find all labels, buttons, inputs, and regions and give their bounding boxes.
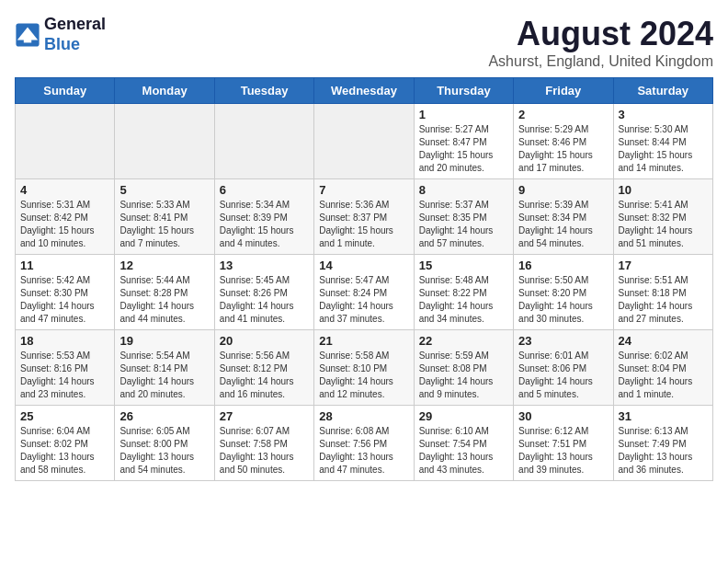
calendar-cell: 20Sunrise: 5:56 AM Sunset: 8:12 PM Dayli… — [214, 330, 313, 406]
weekday-header-sunday: Sunday — [16, 78, 115, 104]
day-number: 7 — [319, 183, 408, 197]
weekday-header-thursday: Thursday — [414, 78, 513, 104]
calendar-table: SundayMondayTuesdayWednesdayThursdayFrid… — [15, 77, 713, 481]
calendar-cell: 26Sunrise: 6:05 AM Sunset: 8:00 PM Dayli… — [115, 406, 214, 481]
calendar-cell: 12Sunrise: 5:44 AM Sunset: 8:28 PM Dayli… — [115, 255, 214, 330]
day-number: 26 — [119, 409, 209, 423]
day-number: 6 — [220, 183, 309, 197]
calendar-subtitle: Ashurst, England, United Kingdom — [488, 53, 713, 70]
day-number: 10 — [619, 183, 708, 197]
logo-icon — [15, 22, 40, 48]
day-info: Sunrise: 5:36 AM Sunset: 8:37 PM Dayligh… — [319, 199, 408, 250]
title-area: August 2024 Ashurst, England, United Kin… — [488, 15, 713, 70]
calendar-cell: 5Sunrise: 5:33 AM Sunset: 8:41 PM Daylig… — [115, 179, 214, 255]
day-number: 22 — [419, 334, 508, 348]
calendar-cell — [314, 104, 414, 179]
day-info: Sunrise: 5:44 AM Sunset: 8:28 PM Dayligh… — [119, 274, 209, 326]
calendar-cell: 6Sunrise: 5:34 AM Sunset: 8:39 PM Daylig… — [214, 179, 313, 255]
day-number: 19 — [119, 334, 209, 348]
calendar-cell: 22Sunrise: 5:59 AM Sunset: 8:08 PM Dayli… — [414, 330, 513, 406]
day-number: 25 — [20, 409, 109, 423]
calendar-cell: 11Sunrise: 5:42 AM Sunset: 8:30 PM Dayli… — [16, 255, 115, 330]
day-number: 15 — [419, 259, 508, 272]
calendar-cell: 19Sunrise: 5:54 AM Sunset: 8:14 PM Dayli… — [115, 330, 214, 406]
calendar-cell: 30Sunrise: 6:12 AM Sunset: 7:51 PM Dayli… — [514, 406, 613, 481]
calendar-cell: 9Sunrise: 5:39 AM Sunset: 8:34 PM Daylig… — [514, 179, 613, 255]
day-info: Sunrise: 5:56 AM Sunset: 8:12 PM Dayligh… — [220, 350, 309, 401]
day-info: Sunrise: 5:54 AM Sunset: 8:14 PM Dayligh… — [119, 350, 209, 401]
day-info: Sunrise: 5:31 AM Sunset: 8:42 PM Dayligh… — [20, 199, 109, 250]
day-number: 8 — [419, 183, 508, 197]
day-info: Sunrise: 5:48 AM Sunset: 8:22 PM Dayligh… — [419, 274, 508, 326]
day-info: Sunrise: 5:30 AM Sunset: 8:44 PM Dayligh… — [619, 123, 708, 175]
day-number: 14 — [319, 259, 408, 272]
calendar-cell: 23Sunrise: 6:01 AM Sunset: 8:06 PM Dayli… — [514, 330, 613, 406]
calendar-cell: 18Sunrise: 5:53 AM Sunset: 8:16 PM Dayli… — [16, 330, 115, 406]
day-number: 3 — [619, 108, 708, 121]
calendar-cell — [115, 104, 214, 179]
day-number: 23 — [518, 334, 608, 348]
calendar-cell: 27Sunrise: 6:07 AM Sunset: 7:58 PM Dayli… — [214, 406, 313, 481]
day-number: 30 — [518, 409, 608, 423]
day-info: Sunrise: 6:13 AM Sunset: 7:49 PM Dayligh… — [619, 425, 708, 477]
day-info: Sunrise: 6:10 AM Sunset: 7:54 PM Dayligh… — [419, 425, 508, 477]
day-info: Sunrise: 5:27 AM Sunset: 8:47 PM Dayligh… — [419, 123, 508, 175]
calendar-cell: 29Sunrise: 6:10 AM Sunset: 7:54 PM Dayli… — [414, 406, 513, 481]
calendar-cell — [214, 104, 313, 179]
day-info: Sunrise: 5:34 AM Sunset: 8:39 PM Dayligh… — [220, 199, 309, 250]
calendar-cell — [16, 104, 115, 179]
calendar-cell: 14Sunrise: 5:47 AM Sunset: 8:24 PM Dayli… — [314, 255, 414, 330]
day-info: Sunrise: 6:04 AM Sunset: 8:02 PM Dayligh… — [20, 425, 109, 477]
day-info: Sunrise: 5:47 AM Sunset: 8:24 PM Dayligh… — [319, 274, 408, 326]
day-number: 5 — [119, 183, 209, 197]
week-row-3: 11Sunrise: 5:42 AM Sunset: 8:30 PM Dayli… — [16, 255, 713, 330]
calendar-cell: 17Sunrise: 5:51 AM Sunset: 8:18 PM Dayli… — [613, 255, 712, 330]
calendar-cell: 31Sunrise: 6:13 AM Sunset: 7:49 PM Dayli… — [613, 406, 712, 481]
day-info: Sunrise: 5:39 AM Sunset: 8:34 PM Dayligh… — [518, 199, 608, 250]
calendar-cell: 28Sunrise: 6:08 AM Sunset: 7:56 PM Dayli… — [314, 406, 414, 481]
week-row-2: 4Sunrise: 5:31 AM Sunset: 8:42 PM Daylig… — [16, 179, 713, 255]
calendar-cell: 21Sunrise: 5:58 AM Sunset: 8:10 PM Dayli… — [314, 330, 414, 406]
day-info: Sunrise: 5:58 AM Sunset: 8:10 PM Dayligh… — [319, 350, 408, 401]
calendar-cell: 25Sunrise: 6:04 AM Sunset: 8:02 PM Dayli… — [16, 406, 115, 481]
day-info: Sunrise: 6:12 AM Sunset: 7:51 PM Dayligh… — [518, 425, 608, 477]
day-info: Sunrise: 5:37 AM Sunset: 8:35 PM Dayligh… — [419, 199, 508, 250]
logo: General Blue — [15, 15, 106, 54]
day-number: 21 — [319, 334, 408, 348]
calendar-cell: 1Sunrise: 5:27 AM Sunset: 8:47 PM Daylig… — [414, 104, 513, 179]
day-info: Sunrise: 6:01 AM Sunset: 8:06 PM Dayligh… — [518, 350, 608, 401]
day-info: Sunrise: 5:42 AM Sunset: 8:30 PM Dayligh… — [20, 274, 109, 326]
day-info: Sunrise: 5:50 AM Sunset: 8:20 PM Dayligh… — [518, 274, 608, 326]
calendar-cell: 2Sunrise: 5:29 AM Sunset: 8:46 PM Daylig… — [514, 104, 613, 179]
day-info: Sunrise: 5:51 AM Sunset: 8:18 PM Dayligh… — [619, 274, 708, 326]
day-info: Sunrise: 5:41 AM Sunset: 8:32 PM Dayligh… — [619, 199, 708, 250]
day-number: 11 — [20, 259, 109, 272]
calendar-cell: 8Sunrise: 5:37 AM Sunset: 8:35 PM Daylig… — [414, 179, 513, 255]
weekday-header-wednesday: Wednesday — [314, 78, 414, 104]
calendar-cell: 3Sunrise: 5:30 AM Sunset: 8:44 PM Daylig… — [613, 104, 712, 179]
day-number: 31 — [619, 409, 708, 423]
logo-blue: Blue — [44, 35, 106, 55]
weekday-header-row: SundayMondayTuesdayWednesdayThursdayFrid… — [16, 78, 713, 104]
calendar-cell: 7Sunrise: 5:36 AM Sunset: 8:37 PM Daylig… — [314, 179, 414, 255]
calendar-cell: 15Sunrise: 5:48 AM Sunset: 8:22 PM Dayli… — [414, 255, 513, 330]
day-number: 24 — [619, 334, 708, 348]
day-info: Sunrise: 5:45 AM Sunset: 8:26 PM Dayligh… — [220, 274, 309, 326]
calendar-cell: 10Sunrise: 5:41 AM Sunset: 8:32 PM Dayli… — [613, 179, 712, 255]
weekday-header-friday: Friday — [514, 78, 613, 104]
day-number: 9 — [518, 183, 608, 197]
svg-rect-2 — [24, 36, 31, 42]
calendar-cell: 24Sunrise: 6:02 AM Sunset: 8:04 PM Dayli… — [613, 330, 712, 406]
header: General Blue August 2024 Ashurst, Englan… — [15, 15, 713, 70]
day-number: 29 — [419, 409, 508, 423]
day-number: 27 — [220, 409, 309, 423]
day-info: Sunrise: 6:08 AM Sunset: 7:56 PM Dayligh… — [319, 425, 408, 477]
day-info: Sunrise: 5:53 AM Sunset: 8:16 PM Dayligh… — [20, 350, 109, 401]
day-number: 16 — [518, 259, 608, 272]
logo-general: General — [44, 15, 106, 35]
day-number: 20 — [220, 334, 309, 348]
day-info: Sunrise: 5:33 AM Sunset: 8:41 PM Dayligh… — [119, 199, 209, 250]
day-info: Sunrise: 6:05 AM Sunset: 8:00 PM Dayligh… — [119, 425, 209, 477]
calendar-cell: 16Sunrise: 5:50 AM Sunset: 8:20 PM Dayli… — [514, 255, 613, 330]
day-number: 4 — [20, 183, 109, 197]
